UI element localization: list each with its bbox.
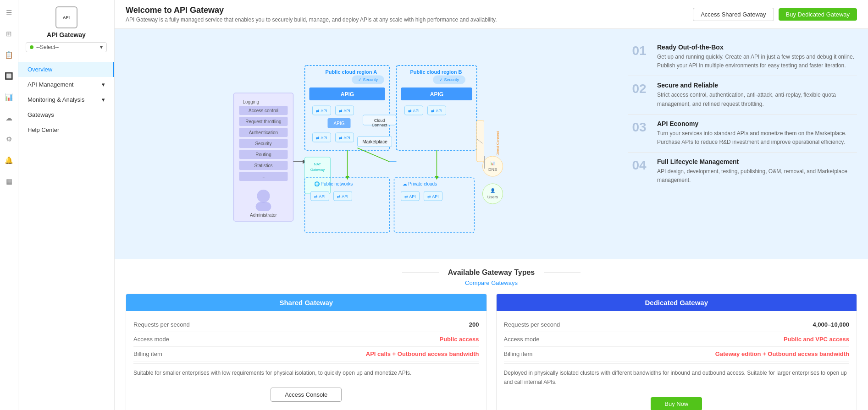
- main-content: Welcome to API Gateway API Gateway is a …: [115, 0, 868, 410]
- dedicated-rps-label: Requests per second: [504, 321, 560, 328]
- dashboard-icon[interactable]: ⊞: [3, 27, 16, 40]
- svg-text:Statistics: Statistics: [254, 163, 272, 168]
- feature-num-3: 03: [628, 120, 651, 147]
- project-select[interactable]: --Select-- ▾: [26, 42, 107, 52]
- svg-text:NAT: NAT: [314, 162, 321, 166]
- icon-strip: ☰ ⊞ 📋 🔲 📊 ☁ ⚙ 🔔 ▦: [0, 0, 18, 410]
- access-shared-gateway-button[interactable]: Access Shared Gateway: [693, 8, 774, 21]
- compare-link-container: Compare Gateways: [126, 279, 857, 286]
- dedicated-desc: Deployed in physically isolated clusters…: [504, 363, 850, 392]
- sidebar-item-overview[interactable]: Overview: [18, 62, 114, 77]
- svg-text:...: ...: [261, 174, 265, 179]
- feature-item-2: 02 Secure and Reliable Strict access con…: [628, 76, 857, 114]
- svg-text:👤: 👤: [490, 188, 496, 193]
- app-title: API Gateway: [47, 31, 86, 38]
- nav-label-help: Help Center: [28, 126, 59, 133]
- svg-text:Direct Connect: Direct Connect: [496, 131, 500, 156]
- svg-text:⇄ API: ⇄ API: [337, 194, 348, 199]
- dedicated-row-rps: Requests per second 4,000–10,000: [504, 317, 850, 332]
- svg-point-16: [257, 190, 270, 202]
- feature-item-1: 01 Ready Out-of-the-Box Get up and runni…: [628, 38, 857, 76]
- svg-text:⇄ API: ⇄ API: [339, 109, 350, 113]
- feature-num-4: 04: [628, 158, 651, 185]
- shared-rps-label: Requests per second: [133, 321, 190, 328]
- buy-dedicated-gateway-button[interactable]: Buy Dedicated Gateway: [779, 8, 857, 21]
- sidebar-item-api-management[interactable]: API Management ▾: [18, 77, 114, 92]
- svg-text:✓ Security: ✓ Security: [358, 77, 378, 82]
- svg-rect-17: [256, 202, 271, 211]
- feature-title-1: Ready Out-of-the-Box: [657, 44, 857, 51]
- svg-text:Public cloud region A: Public cloud region A: [326, 69, 377, 75]
- dedicated-rps-value: 4,000–10,000: [813, 321, 849, 328]
- grid-icon[interactable]: ▦: [3, 175, 16, 188]
- dedicated-gateway-card: Dedicated Gateway Requests per second 4,…: [496, 294, 857, 410]
- feature-item-3: 03 API Economy Turn your services into s…: [628, 115, 857, 153]
- sidebar-item-gateways[interactable]: Gateways: [18, 107, 114, 122]
- feature-desc-4: API design, development, testing, publis…: [657, 167, 857, 185]
- shared-billing-value: API calls + Outbound access bandwidth: [366, 350, 479, 357]
- sidebar-header: API API Gateway --Select-- ▾: [18, 0, 114, 57]
- dedicated-access-value: Public and VPC access: [784, 336, 849, 343]
- svg-text:Routing: Routing: [255, 152, 271, 157]
- section-title: Available Gateway Types: [126, 268, 857, 277]
- svg-rect-52: [477, 120, 484, 162]
- svg-text:Access control: Access control: [249, 108, 278, 113]
- feature-title-4: Full Lifecycle Management: [657, 158, 857, 165]
- status-dot: [30, 45, 33, 49]
- svg-text:Users: Users: [487, 195, 498, 199]
- shared-row-access: Access mode Public access: [133, 332, 479, 347]
- feature-num-1: 01: [628, 44, 651, 70]
- svg-point-71: [483, 184, 503, 204]
- compare-gateways-link[interactable]: Compare Gateways: [465, 279, 518, 286]
- svg-text:🌐 Public networks: 🌐 Public networks: [314, 181, 353, 187]
- dedicated-billing-value: Gateway edition + Outbound access bandwi…: [715, 350, 849, 357]
- svg-text:Administrator: Administrator: [250, 213, 277, 218]
- feature-desc-2: Strict access control, authentication, a…: [657, 91, 857, 108]
- shared-gateway-header: Shared Gateway: [126, 294, 487, 311]
- shared-access-label: Access mode: [133, 336, 169, 343]
- dedicated-gateway-header: Dedicated Gateway: [497, 294, 857, 311]
- feature-title-3: API Economy: [657, 120, 857, 127]
- page-title: Welcome to API Gateway: [126, 5, 497, 15]
- svg-text:Public cloud region B: Public cloud region B: [410, 69, 462, 75]
- shared-row-rps: Requests per second 200: [133, 317, 479, 332]
- svg-text:✓ Security: ✓ Security: [439, 77, 459, 82]
- sidebar-item-monitoring[interactable]: Monitoring & Analysis ▾: [18, 92, 114, 107]
- sidebar-item-help[interactable]: Help Center: [18, 122, 114, 137]
- shared-row-billing: Billing item API calls + Outbound access…: [133, 347, 479, 361]
- shared-gateway-card: Shared Gateway Requests per second 200 A…: [126, 294, 487, 410]
- overview-section: Logging Access control Request throttlin…: [115, 29, 868, 259]
- gateway-cards: Shared Gateway Requests per second 200 A…: [126, 294, 857, 410]
- sidebar: API API Gateway --Select-- ▾ Overview AP…: [18, 0, 115, 410]
- settings-icon[interactable]: ⚙: [3, 133, 16, 146]
- shared-access-value: Public access: [440, 336, 479, 343]
- dedicated-row-billing: Billing item Gateway edition + Outbound …: [504, 347, 850, 361]
- notification-icon[interactable]: 🔔: [3, 154, 16, 167]
- nav-label-gateways: Gateways: [28, 111, 54, 118]
- svg-text:⇄ API: ⇄ API: [404, 194, 416, 199]
- svg-text:Security: Security: [255, 141, 271, 146]
- svg-text:☁ Private clouds: ☁ Private clouds: [403, 181, 437, 186]
- dedicated-row-access: Access mode Public and VPC access: [504, 332, 850, 347]
- shared-gateway-body: Requests per second 200 Access mode Publ…: [126, 311, 487, 410]
- menu-icon[interactable]: ☰: [3, 6, 16, 19]
- feature-item-4: 04 Full Lifecycle Management API design,…: [628, 153, 857, 190]
- access-console-button[interactable]: Access Console: [271, 388, 342, 402]
- nav-label-monitoring: Monitoring & Analysis: [28, 96, 84, 103]
- svg-text:Gateway: Gateway: [310, 168, 325, 172]
- monitor-icon[interactable]: 📊: [3, 91, 16, 104]
- svg-text:Logging: Logging: [243, 99, 260, 104]
- dedicated-gateway-body: Requests per second 4,000–10,000 Access …: [497, 311, 857, 410]
- cloud-icon[interactable]: ☁: [3, 112, 16, 125]
- feature-desc-3: Turn your services into standard APIs an…: [657, 129, 857, 147]
- dedicated-billing-label: Billing item: [504, 350, 533, 357]
- api-icon[interactable]: 🔲: [3, 70, 16, 82]
- nav-label-api-management: API Management: [28, 81, 73, 88]
- gateway-types-section: Available Gateway Types Compare Gateways…: [115, 259, 868, 410]
- architecture-diagram: Logging Access control Request throttlin…: [126, 38, 617, 250]
- buy-now-button[interactable]: Buy Now: [651, 397, 702, 410]
- document-icon[interactable]: 📋: [3, 49, 16, 61]
- shared-desc: Suitable for smaller enterprises with lo…: [133, 363, 479, 382]
- app-logo: API: [55, 6, 77, 28]
- feature-num-2: 02: [628, 82, 651, 108]
